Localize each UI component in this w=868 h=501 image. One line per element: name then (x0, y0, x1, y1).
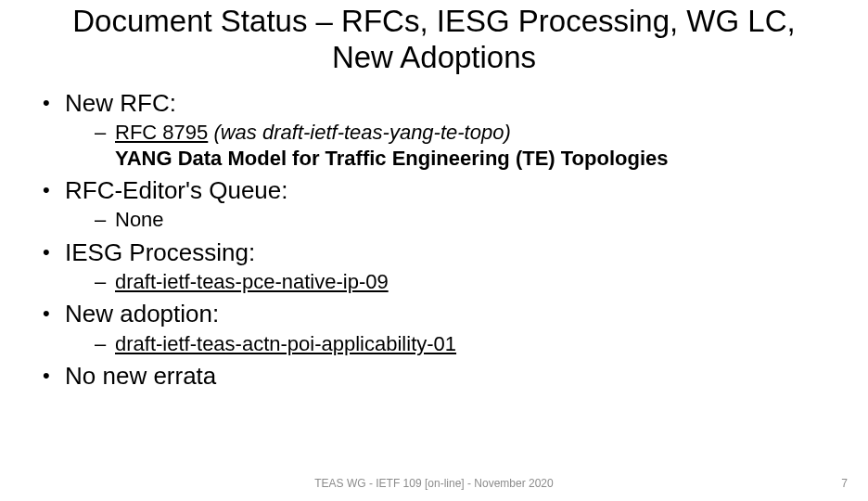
section-iesg: IESG Processing: draft-ietf-teas-pce-nat… (41, 238, 836, 295)
section-heading: New adoption: (65, 300, 219, 328)
new-rfc-item: RFC 8795 (was draft-ietf-teas-yang-te-to… (95, 120, 836, 171)
sublist-new-rfc: RFC 8795 (was draft-ietf-teas-yang-te-to… (65, 120, 836, 171)
draft-link[interactable]: draft-ietf-teas-actn-poi-applicability-0… (115, 332, 456, 355)
section-heading: RFC-Editor's Queue: (65, 176, 288, 204)
title-line-2: New Adoptions (332, 40, 536, 74)
rfc-parenthetical: (was draft-ietf-teas-yang-te-topo) (213, 121, 510, 144)
sublist-iesg: draft-ietf-teas-pce-native-ip-09 (65, 269, 836, 295)
rfc-editor-item: None (95, 207, 836, 233)
section-heading: IESG Processing: (65, 238, 255, 266)
section-adoption: New adoption: draft-ietf-teas-actn-poi-a… (41, 300, 836, 356)
section-new-rfc: New RFC: RFC 8795 (was draft-ietf-teas-y… (41, 89, 836, 171)
rfc-title-bold: YANG Data Model for Traffic Engineering … (115, 146, 836, 172)
rfc-link[interactable]: RFC 8795 (115, 121, 208, 144)
slide-title: Document Status – RFCs, IESG Processing,… (32, 4, 836, 76)
section-heading: New RFC: (65, 89, 176, 117)
section-errata: No new errata (41, 362, 836, 391)
section-rfc-editor: RFC-Editor's Queue: None (41, 176, 836, 233)
sublist-rfc-editor: None (65, 207, 836, 233)
section-heading: No new errata (65, 362, 216, 390)
title-line-1: Document Status – RFCs, IESG Processing,… (72, 4, 795, 38)
iesg-item: draft-ietf-teas-pce-native-ip-09 (95, 269, 836, 295)
page-number: 7 (841, 477, 848, 490)
draft-link[interactable]: draft-ietf-teas-pce-native-ip-09 (115, 270, 389, 293)
sublist-adoption: draft-ietf-teas-actn-poi-applicability-0… (65, 331, 836, 357)
slide: Document Status – RFCs, IESG Processing,… (0, 0, 868, 501)
adoption-item: draft-ietf-teas-actn-poi-applicability-0… (95, 331, 836, 357)
content-list: New RFC: RFC 8795 (was draft-ietf-teas-y… (32, 89, 836, 391)
footer-text: TEAS WG - IETF 109 [on-line] - November … (0, 477, 868, 490)
item-text: None (115, 208, 164, 231)
